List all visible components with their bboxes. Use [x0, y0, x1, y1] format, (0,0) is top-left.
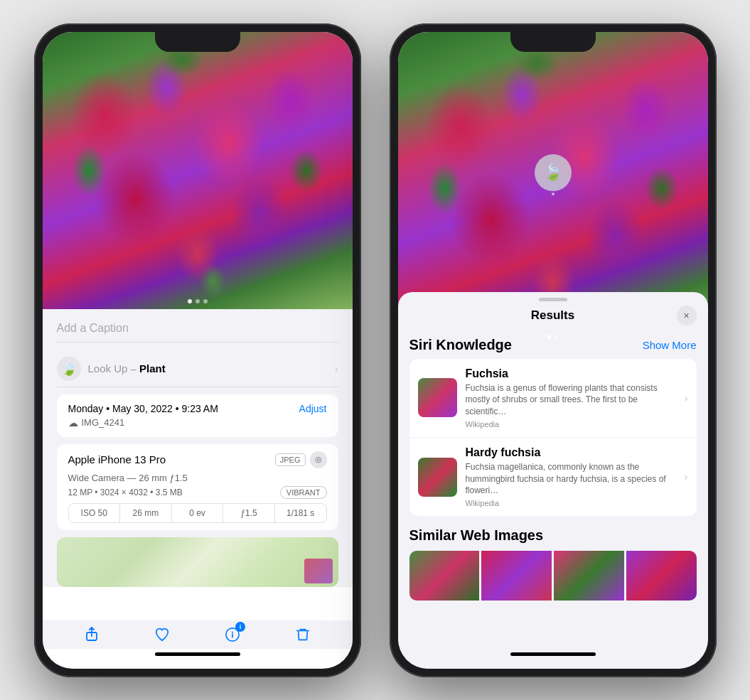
lookup-text: Look Up – Plant — [88, 362, 166, 375]
filename-text: IMG_4241 — [82, 417, 125, 428]
results-close-button[interactable]: × — [677, 306, 697, 325]
map-section[interactable] — [57, 537, 338, 587]
lookup-icon: 🍃 — [57, 357, 81, 381]
exif-shutter: 1/181 s — [275, 504, 326, 522]
right-phone-screen: 🍃 Results × S — [398, 32, 708, 669]
hardy-fuchsia-text: Hardy fuchsia Fuchsia magellanica, commo… — [466, 446, 676, 507]
knowledge-card: Fuchsia Fuchsia is a genus of flowering … — [409, 359, 697, 517]
bottom-toolbar: i — [43, 620, 353, 649]
hardy-fuchsia-chevron-icon: › — [685, 471, 688, 483]
info-badge: i — [235, 622, 245, 632]
fuchsia-source: Wikipedia — [466, 420, 676, 429]
web-images-title: Similar Web Images — [409, 527, 697, 544]
web-image-3[interactable] — [554, 551, 624, 601]
jpeg-badge: JPEG — [275, 453, 306, 466]
hardy-fuchsia-name: Hardy fuchsia — [466, 446, 676, 459]
date-row: Monday • May 30, 2022 • 9:23 AM Adjust — [68, 403, 327, 414]
hardy-fuchsia-thumbnail — [418, 458, 457, 497]
exif-focal: 26 mm — [120, 504, 172, 522]
lookup-subject: Plant — [136, 362, 166, 375]
page-dot-3 — [203, 299, 208, 303]
right-home-indicator — [510, 652, 596, 656]
knowledge-item-hardy-fuchsia[interactable]: Hardy fuchsia Fuchsia magellanica, commo… — [409, 438, 697, 516]
visual-intelligence-button[interactable]: 🍃 — [535, 154, 572, 191]
right-phone: 🍃 Results × S — [390, 23, 717, 677]
cloud-icon: ☁ — [68, 417, 78, 429]
vi-leaf-icon: 🍃 — [543, 163, 562, 182]
results-title: Results — [531, 308, 574, 323]
filename-row: ☁ IMG_4241 — [68, 417, 327, 429]
specs-text: 12 MP • 3024 × 4032 • 3.5 MB — [68, 488, 183, 497]
flower-photo-left[interactable] — [43, 32, 353, 309]
left-phone: Add a Caption 🍃 Look Up – Plant › Monday… — [34, 23, 361, 677]
right-page-indicator — [547, 335, 559, 339]
home-indicator — [155, 652, 240, 656]
web-image-2[interactable] — [481, 551, 552, 601]
caption-field[interactable]: Add a Caption — [57, 318, 338, 343]
fuchsia-name: Fuchsia — [466, 367, 676, 380]
left-phone-screen: Add a Caption 🍃 Look Up – Plant › Monday… — [43, 32, 353, 669]
fuchsia-text: Fuchsia Fuchsia is a genus of flowering … — [466, 367, 676, 429]
knowledge-item-fuchsia[interactable]: Fuchsia Fuchsia is a genus of flowering … — [409, 359, 697, 438]
close-icon: × — [683, 310, 689, 321]
hardy-fuchsia-source: Wikipedia — [466, 499, 676, 507]
web-images-section: Similar Web Images — [409, 527, 697, 601]
results-header: Results × — [398, 301, 708, 330]
lookup-row[interactable]: 🍃 Look Up – Plant › — [57, 351, 338, 387]
right-notch — [510, 32, 596, 52]
exif-iso: ISO 50 — [69, 504, 121, 522]
date-text: Monday • May 30, 2022 • 9:23 AM — [68, 403, 218, 414]
page-indicator — [188, 299, 208, 303]
hardy-fuchsia-desc: Fuchsia magellanica, commonly known as t… — [466, 461, 676, 497]
left-content-area: Add a Caption 🍃 Look Up – Plant › Monday… — [43, 309, 353, 587]
page-dot-1 — [188, 299, 192, 303]
siri-knowledge-header: Siri Knowledge Show More — [409, 337, 697, 353]
web-image-1[interactable] — [409, 551, 480, 601]
heart-button[interactable] — [148, 620, 176, 649]
camera-section: Apple iPhone 13 Pro JPEG ◎ Wide Camera —… — [57, 444, 338, 530]
notch — [155, 32, 240, 52]
lens-text: Wide Camera — 26 mm ƒ1.5 — [68, 473, 327, 483]
exif-ev: 0 ev — [172, 504, 224, 522]
siri-knowledge-title: Siri Knowledge — [409, 337, 512, 353]
metadata-section: Monday • May 30, 2022 • 9:23 AM Adjust ☁… — [57, 394, 338, 437]
exif-aperture: ƒ1.5 — [223, 504, 275, 522]
page-dot-2 — [195, 299, 200, 303]
camera-info-button[interactable]: ◎ — [310, 451, 327, 468]
lookup-chevron-icon: › — [335, 363, 338, 375]
fuchsia-thumbnail — [418, 378, 457, 417]
adjust-button[interactable]: Adjust — [299, 403, 327, 414]
web-images-grid[interactable] — [409, 551, 697, 601]
fuchsia-desc: Fuchsia is a genus of flowering plants t… — [466, 382, 676, 418]
right-page-dot-2 — [555, 335, 559, 339]
results-panel: Results × Siri Knowledge Show More — [398, 292, 708, 669]
show-more-button[interactable]: Show More — [643, 339, 697, 351]
lookup-label: Look Up – — [88, 362, 136, 375]
camera-badges: JPEG ◎ — [275, 451, 327, 468]
web-image-4[interactable] — [626, 551, 697, 601]
share-button[interactable] — [77, 620, 106, 649]
exif-row: ISO 50 26 mm 0 ev ƒ1.5 1/181 s — [68, 503, 327, 523]
info-button[interactable]: i — [218, 620, 247, 649]
camera-header: Apple iPhone 13 Pro JPEG ◎ — [68, 451, 327, 468]
camera-model: Apple iPhone 13 Pro — [68, 453, 166, 465]
trash-button[interactable] — [289, 620, 317, 649]
fuchsia-chevron-icon: › — [685, 392, 688, 404]
specs-row: 12 MP • 3024 × 4032 • 3.5 MB VIBRANT — [68, 486, 327, 499]
results-content[interactable]: Siri Knowledge Show More Fuchsia Fuchsia… — [398, 330, 708, 664]
vibrant-badge: VIBRANT — [280, 486, 327, 499]
right-page-dot-1 — [547, 335, 551, 339]
